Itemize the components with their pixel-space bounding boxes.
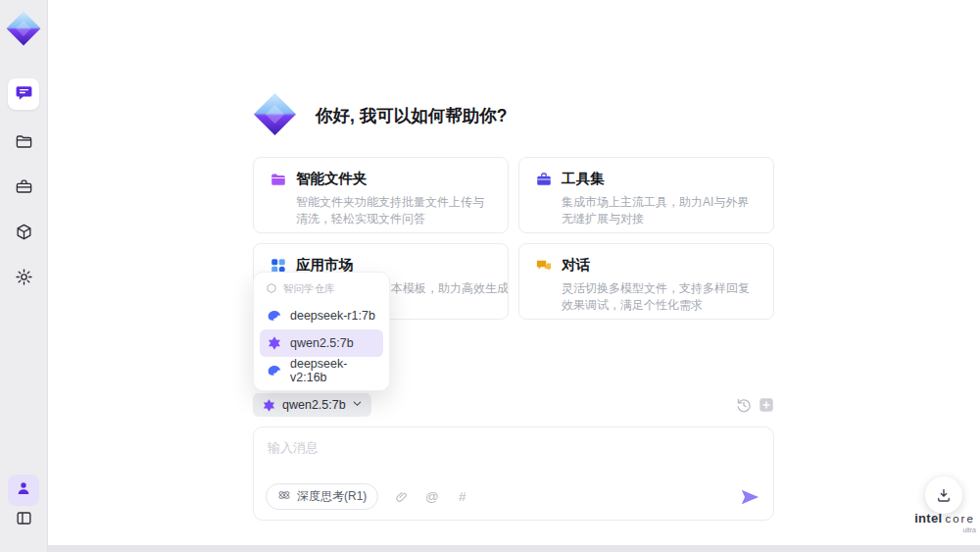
sidebar-item-panel-toggle[interactable] xyxy=(8,504,39,535)
model-option-label: qwen2.5:7b xyxy=(290,336,354,350)
card-desc: 灵活切换多模型文件，支持多样回复效果调试，满足个性化需求 xyxy=(562,280,758,315)
model-selector[interactable]: qwen2.5:7b xyxy=(253,393,371,417)
composer-toolbar: 深度思考(R1) @ # xyxy=(266,483,469,510)
new-chat-button[interactable] xyxy=(758,396,775,414)
briefcase-icon xyxy=(15,177,33,200)
card-conversation[interactable]: 对话 灵活切换多模型文件，支持多样回复效果调试，满足个性化需求 xyxy=(518,243,774,320)
smart-folder-icon xyxy=(270,171,287,188)
conversation-icon xyxy=(535,257,553,275)
qwen-logo-icon xyxy=(262,398,276,413)
chat-icon xyxy=(15,83,33,106)
window-bottom-edge xyxy=(0,545,980,552)
model-dropdown-header: 智问学仓库 xyxy=(260,278,383,302)
card-toolset[interactable]: 工具集 集成市场上主流工具，助力AI与外界无缝扩展与对接 xyxy=(518,157,774,233)
greeting-logo-icon xyxy=(252,91,298,137)
card-title: 智能文件夹 xyxy=(296,170,368,188)
model-option-label: deepseek-r1:7b xyxy=(290,309,375,323)
gear-icon xyxy=(15,268,33,290)
deepseek-logo-icon xyxy=(267,363,282,378)
card-desc: 集成市场上主流工具，助力AI与外界无缝扩展与对接 xyxy=(562,194,758,228)
sidebar-item-settings[interactable] xyxy=(8,263,39,294)
card-title: 对话 xyxy=(562,256,590,275)
attachment-icon[interactable] xyxy=(394,489,409,504)
hash-icon[interactable]: # xyxy=(455,489,469,504)
sidebar-item-models[interactable] xyxy=(8,218,39,249)
model-dropdown-header-label: 智问学仓库 xyxy=(283,282,335,296)
message-composer: 深度思考(R1) @ # xyxy=(253,427,774,521)
folder-icon xyxy=(15,132,33,155)
sidebar-item-folders[interactable] xyxy=(8,127,39,159)
toolset-icon xyxy=(535,171,553,188)
model-dropdown: 智问学仓库 deepseek-r1:7b qwen2.5:7b deepseek… xyxy=(253,272,390,391)
qwen-logo-icon xyxy=(267,335,282,351)
deep-think-label: 深度思考(R1) xyxy=(297,488,367,505)
intel-core-badge: intelcore ultra xyxy=(907,511,980,533)
intel-wordmark: intel xyxy=(914,511,942,526)
mention-icon[interactable]: @ xyxy=(424,489,439,504)
card-title: 工具集 xyxy=(562,170,605,188)
chevron-down-icon xyxy=(352,398,363,412)
model-option-deepseek-r1[interactable]: deepseek-r1:7b xyxy=(260,302,383,329)
core-wordmark: core xyxy=(945,513,974,525)
sidebar-item-toolbox[interactable] xyxy=(8,173,39,204)
card-smart-folder[interactable]: 智能文件夹 智能文件夹功能支持批量文件上传与清洗，轻松实现文件问答 xyxy=(253,157,509,233)
model-selector-label: qwen2.5:7b xyxy=(282,398,346,412)
model-option-deepseek-v2[interactable]: deepseek-v2:16b xyxy=(260,357,383,384)
user-icon xyxy=(15,479,32,501)
greeting-text: 你好, 我可以如何帮助你? xyxy=(316,104,507,127)
tier-label: ultra xyxy=(907,527,980,533)
sidebar xyxy=(0,0,48,552)
sidebar-item-chat[interactable] xyxy=(8,78,39,110)
card-desc: 智能文件夹功能支持批量文件上传与清洗，轻松实现文件问答 xyxy=(296,194,492,228)
atom-icon xyxy=(277,488,291,505)
message-input[interactable] xyxy=(254,427,773,478)
cube-icon xyxy=(15,223,33,245)
app-window: 你好, 我可以如何帮助你? 智能文件夹 智能文件夹功能支持批量文件上传与清洗，轻… xyxy=(0,0,980,552)
history-button[interactable] xyxy=(735,396,753,414)
send-button[interactable] xyxy=(739,486,760,508)
deep-think-button[interactable]: 深度思考(R1) xyxy=(266,483,378,510)
download-button[interactable] xyxy=(925,477,962,514)
app-logo-icon xyxy=(5,10,42,47)
deepseek-logo-icon xyxy=(267,308,282,324)
model-option-label: deepseek-v2:16b xyxy=(290,357,376,384)
sidebar-item-account[interactable] xyxy=(8,475,39,506)
repository-icon xyxy=(266,282,277,296)
panel-toggle-icon xyxy=(15,509,33,531)
model-option-qwen[interactable]: qwen2.5:7b xyxy=(260,329,383,357)
